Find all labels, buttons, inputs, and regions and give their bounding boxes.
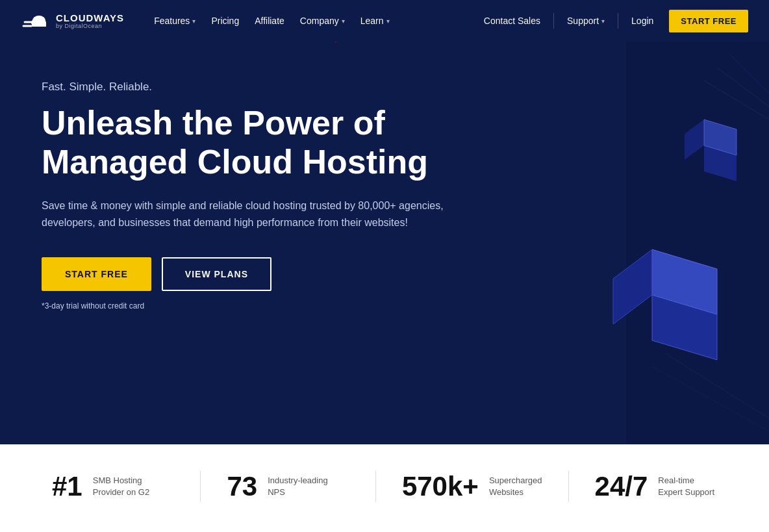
hero-view-plans-button[interactable]: VIEW PLANS <box>162 257 271 291</box>
nav-login[interactable]: Login <box>626 10 659 31</box>
stats-bar: #1 SMB Hosting Provider on G2 73 Industr… <box>0 444 769 528</box>
nav-features[interactable]: Features ▾ <box>147 10 202 31</box>
stat-item-2: 73 Industry-leading NPS <box>227 471 375 502</box>
stat-number-1: #1 <box>52 471 82 502</box>
logo-icon <box>21 6 49 35</box>
svg-rect-8 <box>626 42 769 444</box>
logo[interactable]: CLOUDWAYS by DigitalOcean <box>21 6 124 35</box>
hero-tagline: Fast. Simple. Reliable. <box>42 81 496 94</box>
stat-number-3: 570k+ <box>402 471 479 502</box>
stat-number-4: 24/7 <box>595 471 648 502</box>
chevron-down-icon: ▾ <box>342 18 345 25</box>
hero-decoration <box>496 42 769 444</box>
hero-content: Fast. Simple. Reliable. Unleash the Powe… <box>42 81 496 310</box>
stat-desc-2: Industry-leading NPS <box>268 475 328 498</box>
hero-start-free-button[interactable]: START FREE <box>42 257 151 291</box>
hero-section: 1 <box>0 42 769 444</box>
nav-company[interactable]: Company ▾ <box>294 10 351 31</box>
logo-text: CLOUDWAYS by DigitalOcean <box>56 13 124 29</box>
nav-links: Features ▾ Pricing Affiliate Company ▾ L… <box>147 10 479 31</box>
navbar: CLOUDWAYS by DigitalOcean Features ▾ Pri… <box>0 0 769 42</box>
nav-learn[interactable]: Learn ▾ <box>354 10 396 31</box>
annotation-arrow <box>278 42 356 48</box>
stat-item-1: #1 SMB Hosting Provider on G2 <box>52 471 201 502</box>
nav-divider-2 <box>618 13 618 29</box>
chevron-down-icon: ▾ <box>386 18 390 25</box>
stat-desc-4: Real-time Expert Support <box>658 475 714 498</box>
nav-pricing[interactable]: Pricing <box>205 10 246 31</box>
nav-right: Contact Sales Support ▾ Login START FREE <box>479 10 748 32</box>
nav-start-free-button[interactable]: START FREE <box>669 10 748 32</box>
trial-note: *3-day trial without credit card <box>42 301 496 310</box>
stat-number-2: 73 <box>227 471 257 502</box>
nav-divider <box>553 13 554 29</box>
hero-buttons: START FREE VIEW PLANS <box>42 257 496 291</box>
nav-support[interactable]: Support ▾ <box>562 10 610 31</box>
stat-desc-3: Supercharged Websites <box>489 475 542 498</box>
stat-item-3: 570k+ Supercharged Websites <box>402 471 569 502</box>
nav-contact-sales[interactable]: Contact Sales <box>479 10 546 31</box>
hero-description: Save time & money with simple and reliab… <box>42 197 457 232</box>
svg-rect-6 <box>32 23 46 27</box>
chevron-down-icon: ▾ <box>192 18 195 25</box>
nav-affiliate[interactable]: Affiliate <box>248 10 291 31</box>
hero-title: Unleash the Power of Managed Cloud Hosti… <box>42 104 496 182</box>
chevron-down-icon: ▾ <box>601 18 605 25</box>
stat-item-4: 24/7 Real-time Expert Support <box>595 471 717 502</box>
stat-desc-1: SMB Hosting Provider on G2 <box>93 475 149 498</box>
